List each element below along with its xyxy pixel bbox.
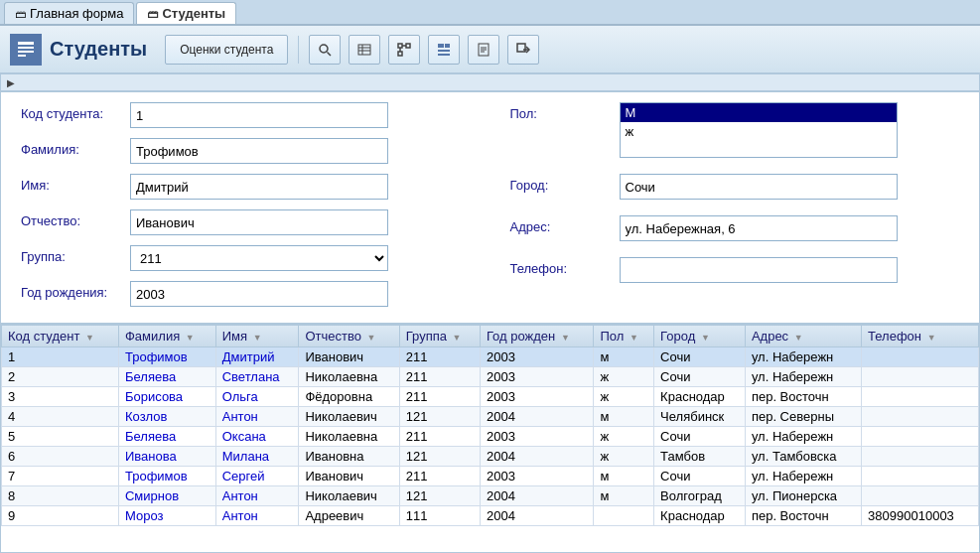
familiya-row: Фамилия: bbox=[21, 138, 471, 164]
table-row[interactable]: 4КозловАнтонНиколаевич1212004мЧелябинскп… bbox=[2, 407, 979, 427]
col-gorod[interactable]: Город ▼ bbox=[654, 326, 746, 347]
form-left: Код студента: Фамилия: Имя: Отчество: Гр bbox=[21, 102, 471, 313]
nav-arrow-right[interactable]: ▶ bbox=[7, 77, 15, 88]
pol-option-m[interactable]: М bbox=[621, 103, 897, 122]
cell-familiya: Трофимов bbox=[118, 467, 215, 486]
table-row[interactable]: 8СмирновАнтонНиколаевич1212004мВолгоград… bbox=[2, 486, 979, 506]
cell-telefon bbox=[862, 407, 979, 427]
kod-label: Код студента: bbox=[21, 102, 130, 121]
cell-adres: пер. Восточн bbox=[745, 506, 861, 526]
cell-kod: 7 bbox=[2, 467, 119, 486]
col-telefon[interactable]: Телефон ▼ bbox=[862, 326, 979, 347]
cell-familiya: Беляева bbox=[118, 427, 215, 447]
kod-input[interactable] bbox=[130, 102, 388, 128]
cell-imya: Милана bbox=[215, 447, 299, 467]
cell-gruppa: 121 bbox=[399, 447, 480, 467]
svg-point-4 bbox=[320, 45, 328, 53]
svg-rect-0 bbox=[18, 42, 34, 45]
col-god[interactable]: Год рожден ▼ bbox=[480, 326, 593, 347]
toolbar-icon-btn-5[interactable] bbox=[468, 35, 499, 65]
imya-input[interactable] bbox=[130, 174, 388, 200]
cell-otchestvo: Иванович bbox=[299, 347, 399, 367]
table-row[interactable]: 3БорисоваОльгаФёдоровна2112003жКраснодар… bbox=[2, 387, 979, 407]
cell-adres: ул. Набережн bbox=[745, 347, 861, 367]
cell-adres: ул. Пионерска bbox=[745, 486, 861, 506]
cell-god_rozh: 2004 bbox=[480, 447, 593, 467]
adres-input[interactable] bbox=[620, 215, 898, 241]
otchestvo-input[interactable] bbox=[130, 209, 388, 235]
familiya-input[interactable] bbox=[130, 138, 388, 164]
form-section: Код студента: Фамилия: Имя: Отчество: Гр bbox=[1, 92, 979, 325]
col-familiya[interactable]: Фамилия ▼ bbox=[118, 326, 215, 347]
cell-god_rozh: 2004 bbox=[480, 486, 593, 506]
cell-telefon bbox=[862, 447, 979, 467]
pol-option-zh[interactable]: ж bbox=[621, 122, 897, 141]
svg-rect-10 bbox=[398, 44, 402, 48]
cell-pol: м bbox=[594, 347, 654, 367]
cell-gorod: Челябинск bbox=[654, 407, 746, 427]
svg-rect-11 bbox=[406, 44, 410, 48]
svg-rect-2 bbox=[18, 51, 34, 53]
cell-gorod: Тамбов bbox=[654, 447, 746, 467]
cell-otchestvo: Николаевич bbox=[299, 486, 399, 506]
cell-kod: 3 bbox=[2, 387, 119, 407]
telefon-label: Телефон: bbox=[510, 257, 620, 276]
god-input[interactable] bbox=[130, 281, 388, 307]
cell-otchestvo: Николаевна bbox=[299, 427, 399, 447]
table-row[interactable]: 5БеляеваОксанаНиколаевна2112003жСочиул. … bbox=[2, 427, 979, 447]
col-otchestvo[interactable]: Отчество ▼ bbox=[299, 326, 399, 347]
familiya-label: Фамилия: bbox=[21, 138, 130, 157]
cell-imya: Оксана bbox=[215, 427, 299, 447]
pol-row: Пол: М ж bbox=[510, 102, 960, 158]
cell-otchestvo: Адреевич bbox=[299, 506, 399, 526]
cell-otchestvo: Николаевич bbox=[299, 407, 399, 427]
telefon-input[interactable] bbox=[620, 257, 898, 283]
tab-main-form[interactable]: 🗃 Главная форма bbox=[4, 2, 134, 24]
cell-pol: м bbox=[594, 467, 654, 486]
gruppa-label: Группа: bbox=[21, 245, 130, 264]
col-kod[interactable]: Код студент ▼ bbox=[2, 326, 119, 347]
cell-familiya: Мороз bbox=[118, 506, 215, 526]
toolbar-icon-btn-4[interactable] bbox=[428, 35, 460, 65]
toolbar-icon-btn-1[interactable] bbox=[309, 35, 341, 65]
table-row[interactable]: 2БеляеваСветланаНиколаевна2112003жСочиул… bbox=[2, 367, 979, 387]
cell-familiya: Борисова bbox=[118, 387, 215, 407]
tab-students[interactable]: 🗃 Студенты bbox=[136, 2, 236, 24]
cell-pol: м bbox=[594, 407, 654, 427]
gruppa-select[interactable]: 211 121 111 bbox=[130, 245, 388, 271]
cell-gorod: Краснодар bbox=[654, 506, 746, 526]
svg-rect-15 bbox=[438, 44, 444, 48]
toolbar-icon-btn-6[interactable] bbox=[507, 35, 539, 65]
cell-gorod: Волгоград bbox=[654, 486, 746, 506]
col-imya[interactable]: Имя ▼ bbox=[215, 326, 299, 347]
main-form-tab-icon: 🗃 bbox=[15, 8, 26, 20]
col-adres[interactable]: Адрес ▼ bbox=[745, 326, 861, 347]
table-section[interactable]: Код студент ▼ Фамилия ▼ Имя ▼ Отчество ▼… bbox=[1, 325, 979, 552]
table-row[interactable]: 6ИвановаМиланаИвановна1212004жТамбовул. … bbox=[2, 447, 979, 467]
col-pol[interactable]: Пол ▼ bbox=[594, 326, 654, 347]
cell-otchestvo: Ивановна bbox=[299, 447, 399, 467]
gorod-input[interactable] bbox=[620, 174, 898, 200]
cell-telefon bbox=[862, 467, 979, 486]
nav-strip: ▶ bbox=[1, 74, 979, 92]
adres-row: Адрес: bbox=[510, 215, 960, 241]
pol-listbox[interactable]: М ж bbox=[620, 102, 898, 158]
gorod-row: Город: bbox=[510, 174, 960, 200]
col-gruppa[interactable]: Группа ▼ bbox=[399, 326, 480, 347]
toolbar-icon-btn-3[interactable] bbox=[388, 35, 420, 65]
cell-adres: пер. Восточн bbox=[745, 387, 861, 407]
toolbar-icon-btn-2[interactable] bbox=[349, 35, 380, 65]
cell-adres: ул. Тамбовска bbox=[745, 447, 861, 467]
grades-button[interactable]: Оценки студента bbox=[165, 35, 288, 65]
imya-row: Имя: bbox=[21, 174, 471, 200]
svg-rect-23 bbox=[517, 44, 525, 52]
cell-adres: ул. Набережн bbox=[745, 367, 861, 387]
cell-otchestvo: Иванович bbox=[299, 467, 399, 486]
gorod-label: Город: bbox=[510, 174, 620, 193]
table-row[interactable]: 7ТрофимовСергейИванович2112003мСочиул. Н… bbox=[2, 467, 979, 486]
cell-pol bbox=[594, 506, 654, 526]
students-tab-label: Студенты bbox=[162, 6, 225, 21]
table-row[interactable]: 1ТрофимовДмитрийИванович2112003мСочиул. … bbox=[2, 347, 979, 367]
cell-imya: Антон bbox=[215, 486, 299, 506]
table-row[interactable]: 9МорозАнтонАдреевич1112004Краснодарпер. … bbox=[2, 506, 979, 526]
